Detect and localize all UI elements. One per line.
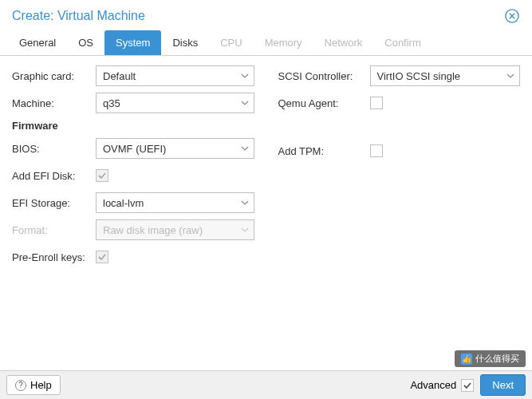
add-efi-disk-checkbox: [96, 169, 108, 182]
check-icon: [463, 381, 472, 390]
chevron-down-icon: [241, 144, 249, 152]
scsi-label: SCSI Controller:: [278, 70, 370, 82]
scsi-combo[interactable]: VirtIO SCSI single: [370, 65, 521, 86]
format-label: Format:: [12, 224, 96, 236]
left-column: Graphic card: Default Machine: q35 Firmw…: [12, 65, 254, 361]
chevron-down-icon: [241, 72, 249, 80]
check-icon: [97, 171, 107, 180]
check-icon: [97, 252, 107, 262]
tab-disks[interactable]: Disks: [161, 30, 209, 55]
firmware-section: Firmware: [12, 120, 254, 132]
graphic-card-value: Default: [103, 70, 136, 82]
add-tpm-checkbox[interactable]: [370, 144, 383, 157]
efi-storage-value: local-lvm: [103, 197, 144, 209]
help-icon: ?: [15, 380, 26, 391]
close-button[interactable]: [504, 8, 520, 24]
tab-memory: Memory: [254, 30, 313, 55]
format-value: Raw disk image (raw): [103, 224, 203, 236]
watermark-text: 什么值得买: [475, 353, 519, 365]
add-tpm-label: Add TPM:: [278, 145, 370, 157]
tab-general[interactable]: General: [8, 30, 67, 55]
machine-combo[interactable]: q35: [96, 93, 254, 113]
right-column: SCSI Controller: VirtIO SCSI single Qemu…: [278, 65, 521, 361]
tab-cpu: CPU: [209, 30, 253, 55]
chevron-down-icon: [241, 199, 249, 207]
efi-storage-label: EFI Storage:: [12, 197, 96, 209]
footer: ? Help Advanced Next: [0, 370, 532, 399]
graphic-card-combo[interactable]: Default: [96, 65, 254, 86]
bios-value: OVMF (UEFI): [103, 143, 166, 155]
tab-confirm: Confirm: [373, 30, 432, 55]
help-label: Help: [30, 379, 52, 391]
chevron-down-icon: [241, 226, 249, 234]
chevron-down-icon: [506, 72, 514, 80]
pre-enroll-checkbox: [96, 251, 108, 263]
bios-label: BIOS:: [12, 143, 96, 155]
machine-value: q35: [103, 97, 120, 109]
format-combo: Raw disk image (raw): [96, 219, 254, 240]
window-title: Create: Virtual Machine: [12, 9, 145, 23]
qemu-agent-checkbox[interactable]: [370, 97, 383, 109]
efi-storage-combo[interactable]: local-lvm: [96, 192, 254, 213]
next-button[interactable]: Next: [480, 374, 526, 396]
advanced-label: Advanced: [410, 379, 456, 391]
advanced-toggle[interactable]: Advanced: [410, 379, 474, 392]
thumb-icon: 👍: [461, 354, 472, 365]
machine-label: Machine:: [12, 97, 96, 109]
graphic-card-label: Graphic card:: [12, 70, 96, 82]
pre-enroll-label: Pre-Enroll keys:: [12, 251, 96, 263]
tab-network: Network: [313, 30, 374, 55]
tab-bar: General OS System Disks CPU Memory Netwo…: [0, 30, 532, 56]
bios-combo[interactable]: OVMF (UEFI): [96, 138, 254, 159]
close-icon: [505, 9, 519, 23]
help-button[interactable]: ? Help: [6, 375, 61, 395]
chevron-down-icon: [241, 99, 249, 107]
tab-os[interactable]: OS: [67, 30, 104, 55]
add-efi-disk-label: Add EFI Disk:: [12, 170, 96, 182]
watermark: 👍 什么值得买: [455, 350, 526, 367]
qemu-agent-label: Qemu Agent:: [278, 97, 370, 109]
advanced-checkbox[interactable]: [461, 379, 474, 392]
tab-system[interactable]: System: [104, 30, 161, 55]
scsi-value: VirtIO SCSI single: [377, 70, 461, 82]
